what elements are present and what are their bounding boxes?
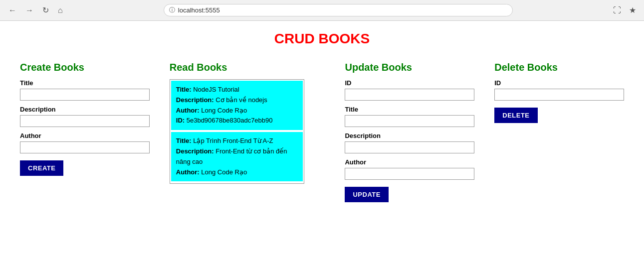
delete-id-label: ID [494, 79, 624, 87]
update-section-title: Update Books [345, 62, 474, 73]
books-list[interactable]: Title: NodeJS Tutorial Description: Cơ b… [170, 79, 304, 184]
delete-section-title: Delete Books [494, 62, 624, 73]
reload-button[interactable]: ↻ [40, 4, 51, 16]
book1-description-line: Description: Cơ bản về nodejs [176, 95, 298, 106]
screen-capture-button[interactable]: ⛶ [611, 5, 623, 16]
book2-author-value: Long Code Rạo [201, 168, 247, 176]
browser-actions: ⛶ ★ [611, 4, 638, 16]
book2-author-line: Author: Long Code Rạo [176, 167, 298, 178]
address-bar[interactable]: ⓘ localhost:5555 [164, 4, 513, 16]
book2-author-label: Author: [176, 168, 202, 176]
home-button[interactable]: ⌂ [55, 5, 65, 16]
create-section-title: Create Books [20, 62, 150, 73]
update-section: Update Books ID Title Description Author… [345, 62, 474, 202]
book1-id-line: ID: 5e3bd90678be830adc7ebb90 [176, 116, 298, 126]
book2-description-label: Description: [176, 147, 215, 155]
forward-button[interactable]: → [23, 5, 36, 16]
update-author-input[interactable] [345, 168, 474, 180]
update-description-label: Description [345, 132, 474, 139]
back-button[interactable]: ← [6, 5, 19, 16]
book1-description-value: Cơ bản về nodejs [215, 96, 267, 104]
create-title-label: Title [20, 79, 150, 87]
update-author-label: Author [345, 158, 474, 166]
read-section-title: Read Books [170, 62, 325, 73]
book-card-1: Title: NodeJS Tutorial Description: Cơ b… [171, 81, 303, 130]
update-button[interactable]: UPDATE [345, 187, 388, 202]
bookmark-button[interactable]: ★ [627, 4, 638, 16]
address-text: localhost:5555 [178, 6, 507, 14]
book2-title-value: Lập Trình Front-End Từ A-Z [193, 137, 273, 144]
book1-author-line: Author: Long Code Rạo [176, 106, 298, 116]
update-description-input[interactable] [345, 141, 474, 153]
book1-author-value: Long Code Rạo [201, 107, 247, 114]
create-description-input[interactable] [20, 115, 150, 127]
sections-container: Create Books Title Description Author CR… [20, 62, 624, 202]
book1-title-label: Title: [176, 86, 193, 93]
page-content: CRUD BOOKS Create Books Title Descriptio… [0, 21, 644, 212]
page-title: CRUD BOOKS [20, 31, 624, 47]
book1-id-value: 5e3bd90678be830adc7ebb90 [187, 117, 273, 124]
create-author-input[interactable] [20, 141, 150, 153]
update-id-label: ID [345, 79, 474, 87]
update-title-input[interactable] [345, 115, 474, 127]
delete-section: Delete Books ID DELETE [494, 62, 624, 123]
book1-id-label: ID: [176, 117, 187, 124]
browser-chrome: ← → ↻ ⌂ ⓘ localhost:5555 ⛶ ★ [0, 0, 644, 21]
delete-id-input[interactable] [494, 89, 624, 101]
create-description-label: Description [20, 106, 150, 113]
book1-description-label: Description: [176, 96, 215, 104]
update-title-label: Title [345, 106, 474, 113]
read-section: Read Books Title: NodeJS Tutorial Descri… [170, 62, 325, 184]
create-author-label: Author [20, 132, 150, 139]
create-section: Create Books Title Description Author CR… [20, 62, 150, 176]
book2-description-line: Description: Front-End từ cơ bản đến nân… [176, 146, 298, 167]
book-card-2: Title: Lập Trình Front-End Từ A-Z Descri… [171, 132, 303, 181]
book1-title-line: Title: NodeJS Tutorial [176, 85, 298, 95]
book1-author-label: Author: [176, 107, 202, 114]
lock-icon: ⓘ [169, 6, 175, 14]
book2-title-label: Title: [176, 137, 193, 144]
book2-title-line: Title: Lập Trình Front-End Từ A-Z [176, 136, 298, 146]
create-title-input[interactable] [20, 89, 150, 101]
book1-title-value: NodeJS Tutorial [193, 86, 239, 93]
create-button[interactable]: CREATE [20, 160, 63, 176]
delete-button[interactable]: DELETE [494, 108, 537, 123]
update-id-input[interactable] [345, 89, 474, 101]
